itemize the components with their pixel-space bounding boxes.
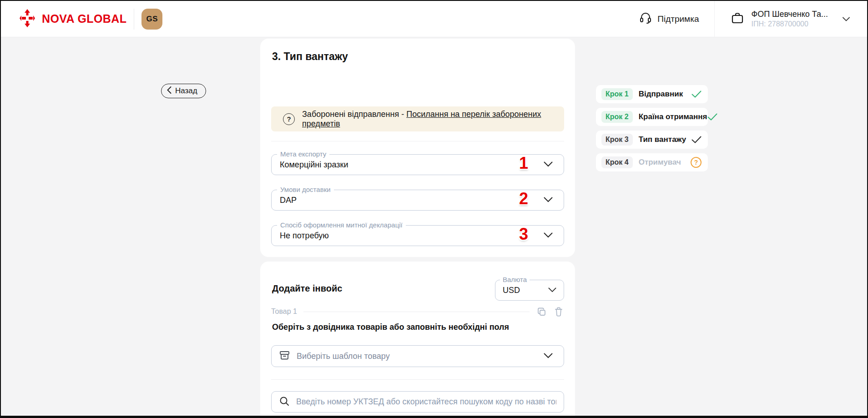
header-divider: [134, 9, 134, 30]
section-divider: [271, 141, 564, 141]
item-divider-line: [303, 312, 530, 312]
chevron-down-icon: [544, 196, 553, 204]
item-1-label: Товар 1: [271, 307, 297, 316]
step-2-destination-country[interactable]: Крок 2 Країна отримання: [596, 108, 708, 126]
customs-declaration-label: Спосіб оформлення митної декларації: [277, 221, 406, 229]
step-2-badge: Крок 2: [601, 111, 633, 123]
uktzed-search-input[interactable]: [296, 397, 556, 407]
chevron-down-icon: [548, 286, 556, 294]
progress-steps: Крок 1 Відправник Крок 2 Країна отриманн…: [596, 85, 708, 171]
account-name: ФОП Шевченко Та...: [751, 10, 828, 19]
export-purpose-label: Мета експорту: [277, 150, 329, 158]
brand-logo[interactable]: NOVA GLOBAL: [19, 9, 126, 29]
step-1-badge: Крок 1: [601, 88, 633, 100]
account-info: ФОП Шевченко Та... ІПН: 2788700000: [751, 10, 828, 28]
product-template-select[interactable]: Виберіть шаблон товару: [271, 345, 564, 367]
chevron-down-icon: [544, 232, 553, 240]
step-4-recipient[interactable]: Крок 4 Отримувач ?: [596, 153, 708, 171]
invoice-card: Додайте інвойс Валюта USD Товар 1: [260, 262, 575, 418]
step-title-heading: 3. Тип вантажу: [272, 50, 348, 63]
prohibited-items-banner: ? Заборонені відправлення - Посилання на…: [271, 106, 564, 131]
export-purpose-value: Комерційні зразки: [280, 160, 348, 170]
check-icon-dark: [691, 136, 701, 143]
pending-question-icon: ?: [691, 157, 701, 168]
chevron-left-icon: [167, 86, 172, 96]
chevron-down-icon: [544, 352, 553, 360]
briefcase-icon: [730, 11, 745, 27]
step-3-cargo-type[interactable]: Крок 3 Тип вантажу: [596, 131, 708, 149]
brand-name: NOVA GLOBAL: [42, 12, 126, 25]
customs-declaration-value: Не потребую: [280, 231, 329, 241]
check-icon-green: [691, 91, 701, 98]
archive-box-icon: [279, 350, 290, 363]
annotation-3: 3: [519, 225, 528, 244]
catalog-hint: Оберіть з довідника товарів або заповніт…: [272, 322, 509, 332]
workspace-badge[interactable]: GS: [141, 9, 162, 30]
currency-select[interactable]: Валюта USD: [495, 280, 564, 301]
prohibited-items-text: Заборонені відправлення - Посилання на п…: [302, 110, 552, 129]
delivery-terms-value: DAP: [280, 196, 297, 205]
header-right: Підтримка ФОП Шевченко Та... ІПН: 278870…: [639, 1, 850, 37]
step-4-badge: Крок 4: [601, 156, 633, 168]
step-4-title: Отримувач: [639, 158, 681, 167]
currency-value: USD: [503, 286, 520, 295]
nova-arrows-icon: [19, 9, 35, 29]
cargo-type-card: 3. Тип вантажу Що відправляєте? Вантаж Д…: [260, 39, 575, 257]
step-2-title: Країна отримання: [639, 112, 707, 121]
step-1-sender[interactable]: Крок 1 Відправник: [596, 85, 708, 103]
invoice-divider: [271, 379, 564, 380]
customs-declaration-select[interactable]: Спосіб оформлення митної декларації Не п…: [271, 225, 564, 246]
chevron-down-icon: [544, 161, 553, 169]
delivery-terms-label: Умови доставки: [277, 186, 334, 193]
app-window: NOVA GLOBAL GS Підтримка: [0, 0, 868, 418]
export-purpose-select[interactable]: Мета експорту Комерційні зразки 1: [271, 154, 564, 175]
template-placeholder: Виберіть шаблон товару: [297, 352, 390, 361]
back-button-label: Назад: [175, 86, 197, 96]
back-button[interactable]: Назад: [161, 84, 206, 98]
account-menu[interactable]: ФОП Шевченко Та... ІПН: 2788700000: [730, 10, 850, 28]
step-3-badge: Крок 3: [601, 134, 633, 146]
check-icon-green: [707, 113, 717, 121]
delivery-terms-select[interactable]: Умови доставки DAP 2: [271, 190, 564, 211]
delete-item-icon[interactable]: [553, 306, 564, 317]
item-1-row: Товар 1: [271, 306, 564, 317]
headset-icon: [639, 11, 652, 26]
step-1-title: Відправник: [639, 90, 683, 99]
annotation-2: 2: [519, 189, 528, 208]
chevron-down-icon: [843, 15, 850, 23]
support-label: Підтримка: [657, 14, 699, 24]
uktzed-search-field[interactable]: [271, 391, 564, 413]
support-button[interactable]: Підтримка: [639, 11, 699, 26]
search-icon: [279, 396, 290, 408]
top-header: NOVA GLOBAL GS Підтримка: [1, 1, 867, 37]
annotation-1: 1: [519, 154, 528, 173]
step-3-title: Тип вантажу: [639, 135, 686, 144]
header-separator: [714, 1, 715, 37]
account-tax-id: ІПН: 2788700000: [751, 20, 828, 28]
invoice-title: Додайте інвойс: [272, 283, 342, 294]
prohibited-items-prefix: Заборонені відправлення -: [302, 110, 406, 119]
currency-label: Валюта: [500, 276, 530, 283]
question-icon: ?: [283, 113, 295, 125]
duplicate-item-icon[interactable]: [536, 306, 547, 317]
